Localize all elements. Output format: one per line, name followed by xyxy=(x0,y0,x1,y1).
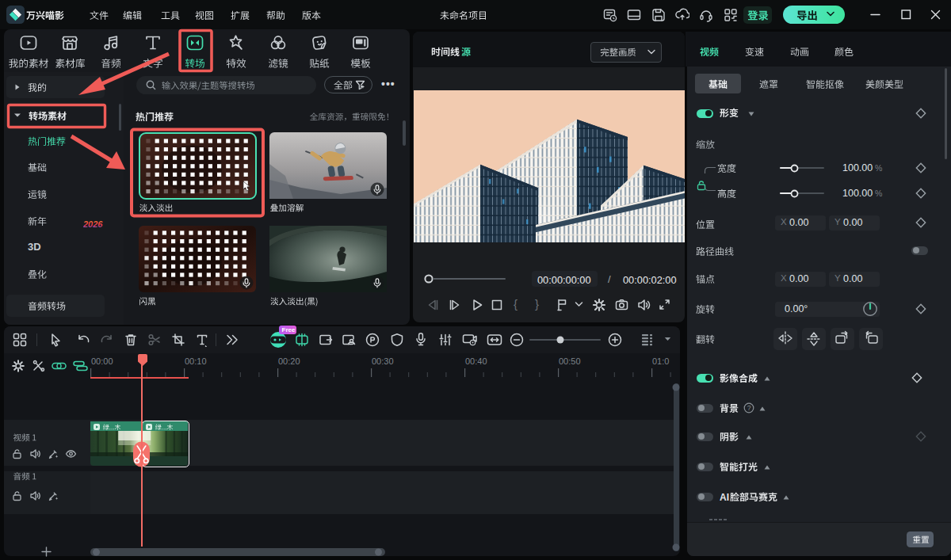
svg-text:00:50: 00:50 xyxy=(559,356,581,366)
svg-text:00:00: 00:00 xyxy=(91,356,113,366)
svg-text:00:20: 00:20 xyxy=(278,356,300,366)
svg-text:00:30: 00:30 xyxy=(372,356,394,366)
svg-text:01:0: 01:0 xyxy=(652,356,669,366)
svg-text:00:40: 00:40 xyxy=(465,356,487,366)
svg-text:00:10: 00:10 xyxy=(185,356,207,366)
svg-text:?: ? xyxy=(747,404,751,412)
